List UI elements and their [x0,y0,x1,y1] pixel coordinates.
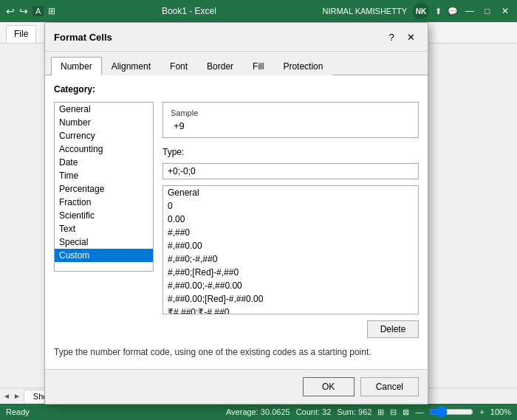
dialog-close-button[interactable]: ✕ [403,29,419,45]
dialog-help-button[interactable]: ? [383,29,400,45]
format-item-hash0-red[interactable]: #,##0;[Red]-#,##0 [163,266,418,279]
category-special[interactable]: Special [55,235,153,249]
category-listbox[interactable]: General Number Currency Accounting Date … [54,102,154,272]
format-item-inr0[interactable]: ₹#,##0;₹-#,##0 [163,306,418,314]
tab-protection-label: Protection [283,61,323,72]
category-fraction[interactable]: Fraction [55,196,153,209]
description-text: Type the number format code, using one o… [54,344,419,360]
tab-fill[interactable]: Fill [243,57,273,75]
format-cells-dialog: Format Cells ? ✕ Number Alignment Font [44,22,428,404]
format-item-hash0.00[interactable]: #,##0.00 [163,239,418,252]
delete-button[interactable]: Delete [367,320,419,338]
category-percentage[interactable]: Percentage [55,182,153,196]
format-item-hash0.00-neg[interactable]: #,##0.00;-#,##0.00 [163,279,418,292]
type-label: Type: [162,147,419,157]
dialog-titlebar: Format Cells ? ✕ [45,23,428,52]
tab-number[interactable]: Number [51,57,102,75]
tab-alignment-label: Alignment [112,61,151,72]
tab-font-label: Font [170,61,188,72]
dialog-tabs: Number Alignment Font Border Fill Protec… [45,52,428,75]
format-item-hash0.00-red[interactable]: #,##0.00;[Red]-#,##0.00 [163,292,418,306]
tab-number-label: Number [61,61,92,72]
category-custom[interactable]: Custom [55,249,153,262]
format-item-0.00[interactable]: 0.00 [163,213,418,226]
delete-label: Delete [380,324,406,334]
dialog-footer: OK Cancel [45,369,428,404]
type-input[interactable] [162,163,419,179]
category-label: Category: [54,84,419,94]
format-item-hash0[interactable]: #,##0 [163,226,418,239]
excel-background: ↩ ↪ A ⊞ Book1 - Excel NIRMAL KAMISHETTY … [0,0,517,420]
tab-fill-label: Fill [253,61,264,72]
category-date[interactable]: Date [55,156,153,169]
category-panel: General Number Currency Accounting Date … [54,102,154,338]
format-listbox[interactable]: General 0 0.00 #,##0 #,##0.00 #,##0;-#,#… [162,185,419,314]
category-scientific[interactable]: Scientific [55,209,153,222]
category-number[interactable]: Number [55,116,153,129]
sample-area: Sample +9 [162,102,419,138]
tab-font[interactable]: Font [160,57,197,75]
cancel-button[interactable]: Cancel [360,377,419,396]
right-panel: Sample +9 Type: General 0 0.00 #,##0 [162,102,419,338]
sample-label: Sample [171,109,411,117]
category-text[interactable]: Text [55,222,153,235]
format-item-0[interactable]: 0 [163,199,418,213]
dialog-title-buttons: ? ✕ [383,29,419,45]
tab-alignment[interactable]: Alignment [102,57,160,75]
tab-protection[interactable]: Protection [273,57,332,75]
dialog-content: General Number Currency Accounting Date … [54,102,419,338]
category-general[interactable]: General [55,103,153,116]
sample-value: +9 [171,120,411,131]
category-currency[interactable]: Currency [55,129,153,142]
ok-label: OK [322,382,335,392]
category-accounting[interactable]: Accounting [55,142,153,156]
ok-button[interactable]: OK [303,377,355,396]
dialog-body: Category: General Number Currency Accoun… [45,75,428,369]
dialog-overlay: Format Cells ? ✕ Number Alignment Font [0,0,517,420]
category-time[interactable]: Time [55,169,153,182]
cancel-label: Cancel [376,382,403,392]
dialog-title: Format Cells [54,32,112,43]
tab-border[interactable]: Border [197,57,243,75]
format-item-general[interactable]: General [163,186,418,199]
tab-border-label: Border [207,61,233,72]
format-item-hash0-neg[interactable]: #,##0;-#,##0 [163,252,418,266]
